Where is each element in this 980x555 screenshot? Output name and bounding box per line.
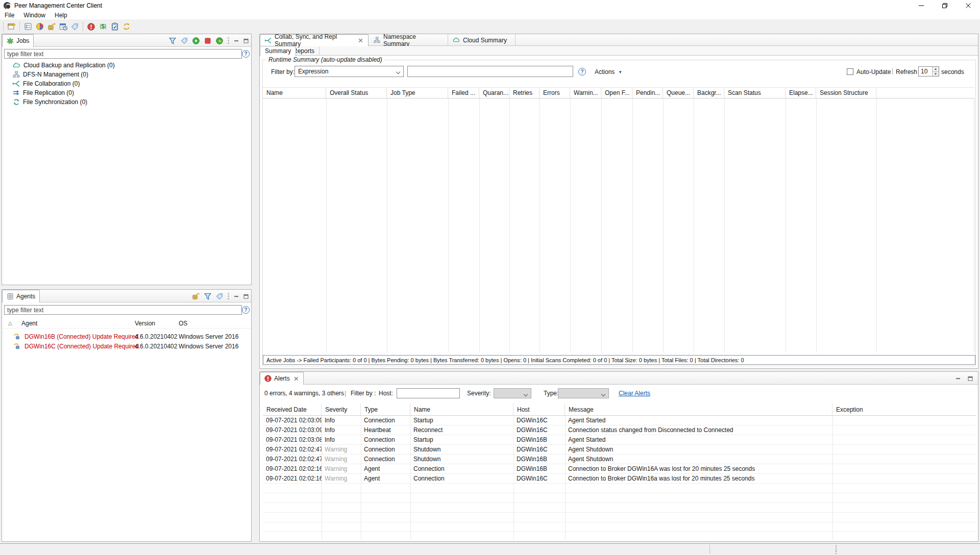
actions-dropdown[interactable]: Actions ▼: [595, 68, 622, 75]
column-received-date[interactable]: Received Date: [263, 403, 322, 415]
new-job-button[interactable]: [6, 21, 17, 33]
subtab-summary[interactable]: Summary: [260, 46, 296, 56]
column-session-structure[interactable]: Session Structure: [816, 88, 876, 98]
spin-up-icon[interactable]: ▲: [933, 67, 939, 72]
column-agent[interactable]: Agent: [21, 320, 37, 327]
column-job-type[interactable]: Job Type: [387, 88, 448, 98]
tab-cloud-summary[interactable]: Cloud Summary: [448, 34, 516, 46]
column-message[interactable]: Message: [565, 403, 832, 415]
column-exception[interactable]: Exception: [832, 403, 976, 415]
stop-job-icon[interactable]: [204, 37, 211, 44]
column-errors[interactable]: Errors: [540, 88, 570, 98]
column-failed[interactable]: Failed ...: [448, 88, 479, 98]
jobs-filter-input[interactable]: [4, 49, 242, 59]
column-version[interactable]: Version: [135, 320, 155, 327]
close-tab-icon[interactable]: ✕: [358, 37, 363, 44]
expression-input[interactable]: [407, 66, 573, 77]
alert-row[interactable]: 09-07-2021 02:03:09InfoHeartbeatReconnec…: [263, 425, 976, 435]
agent-row[interactable]: DGWin16B (Connected) Update Required 4.6…: [2, 332, 251, 341]
column-name[interactable]: Name: [263, 88, 326, 98]
tree-item-file-synchronization[interactable]: File Synchronization (0): [2, 97, 250, 107]
maximize-view-icon[interactable]: [243, 38, 249, 43]
alerts-button[interactable]: [85, 21, 97, 33]
tree-item-label: File Collaboration (0): [23, 80, 80, 87]
tree-item-file-collaboration[interactable]: File Collaboration (0): [2, 79, 250, 88]
minimize-view-icon[interactable]: [955, 376, 961, 381]
column-severity[interactable]: Severity: [322, 403, 361, 415]
install-update-button[interactable]: [45, 21, 57, 33]
column-quarantined[interactable]: Quaran...: [479, 88, 509, 98]
jobs-view-button[interactable]: [22, 21, 34, 33]
column-name[interactable]: Name: [410, 403, 513, 415]
close-tab-icon[interactable]: ✕: [293, 375, 299, 382]
agent-row[interactable]: DGWin16C (Connected) Update Required 4.6…: [2, 341, 251, 351]
window-minimize-button[interactable]: [910, 0, 933, 11]
severity-dropdown[interactable]: [494, 388, 531, 398]
tag-button[interactable]: [69, 21, 81, 33]
alert-row[interactable]: 09-07-2021 02:03:08InfoConnectionStartup…: [263, 435, 976, 445]
refresh-button[interactable]: [120, 21, 132, 33]
clear-alerts-link[interactable]: Clear Alerts: [619, 390, 650, 397]
column-os[interactable]: OS: [179, 320, 187, 327]
menu-window[interactable]: Window: [19, 11, 50, 19]
tab-namespace-summary[interactable]: Namespace Summary: [369, 34, 448, 46]
column-pending[interactable]: Pendin...: [632, 88, 663, 98]
tab-collab-sync-repl-summary[interactable]: Collab, Sync, and Repl Summary ✕: [260, 34, 369, 46]
tree-item-file-replication[interactable]: File Replication (0): [2, 88, 250, 97]
drag-handle-icon[interactable]: [835, 545, 837, 554]
auto-update-checkbox[interactable]: [847, 68, 853, 75]
column-elapsed[interactable]: Elapse...: [786, 88, 816, 98]
window-close-button[interactable]: [957, 0, 980, 11]
filter-icon[interactable]: [204, 293, 211, 300]
filter-icon[interactable]: [169, 37, 176, 44]
column-overall-status[interactable]: Overall Status: [326, 88, 387, 98]
expression-dropdown[interactable]: Expression: [295, 66, 404, 77]
view-menu-icon[interactable]: [228, 293, 229, 299]
alert-row[interactable]: 09-07-2021 02:02:47WarningConnectionShut…: [263, 445, 976, 455]
column-queued[interactable]: Queue...: [663, 88, 694, 98]
column-warnings[interactable]: Warnin...: [570, 88, 601, 98]
column-type[interactable]: Type: [361, 403, 410, 415]
alert-row[interactable]: 09-07-2021 02:03:09InfoConnectionStartup…: [263, 416, 976, 425]
spinner-arrows[interactable]: ▲▼: [932, 67, 939, 76]
filter-help-icon[interactable]: ?: [578, 68, 586, 75]
agents-filter-help-icon[interactable]: ?: [242, 306, 250, 314]
tree-item-cloud-backup[interactable]: Cloud Backup and Replication (0): [2, 61, 250, 70]
window-restore-button[interactable]: [933, 0, 957, 11]
column-scan-status[interactable]: Scan Status: [724, 88, 786, 98]
tab-alerts[interactable]: Alerts ✕: [260, 372, 304, 385]
type-dropdown[interactable]: [558, 388, 609, 398]
host-filter-input[interactable]: [397, 388, 460, 398]
tab-jobs[interactable]: Jobs: [2, 34, 34, 47]
alert-row[interactable]: 09-07-2021 02:02:47WarningConnectionShut…: [263, 455, 976, 464]
summary-table-body[interactable]: [263, 98, 974, 352]
alert-row[interactable]: 09-07-2021 02:02:16WarningAgentConnectio…: [263, 464, 976, 474]
tag-icon[interactable]: [181, 37, 188, 44]
maximize-view-icon[interactable]: [243, 294, 249, 299]
tasks-button[interactable]: [109, 21, 120, 33]
minimize-view-icon[interactable]: [234, 38, 239, 43]
install-update-icon[interactable]: [192, 292, 200, 300]
menu-file[interactable]: File: [0, 11, 19, 19]
maximize-view-icon[interactable]: [968, 376, 973, 381]
tag-icon[interactable]: [216, 293, 223, 300]
alert-row[interactable]: 09-07-2021 02:02:16WarningAgentConnectio…: [263, 474, 976, 484]
agents-filter-input[interactable]: [4, 305, 242, 315]
start-agent-button[interactable]: [97, 21, 109, 33]
dashboard-button[interactable]: [34, 21, 45, 33]
column-host[interactable]: Host: [513, 403, 565, 415]
spin-down-icon[interactable]: ▼: [933, 72, 939, 77]
menu-help[interactable]: Help: [50, 11, 72, 19]
tab-agents[interactable]: Agents: [2, 290, 40, 302]
tree-item-dfs-n-management[interactable]: DFS-N Management (0): [2, 70, 250, 79]
column-background[interactable]: Backgr...: [694, 88, 724, 98]
refresh-interval-spinner[interactable]: 10 ▲▼: [918, 66, 939, 77]
jobs-filter-help-icon[interactable]: ?: [242, 50, 250, 58]
column-retries[interactable]: Retries: [509, 88, 540, 98]
schedule-button[interactable]: [57, 21, 69, 33]
minimize-view-icon[interactable]: [234, 294, 239, 299]
restart-job-icon[interactable]: [216, 37, 223, 44]
column-open-files[interactable]: Open F...: [601, 88, 632, 98]
start-job-icon[interactable]: [192, 37, 200, 44]
view-menu-icon[interactable]: [228, 37, 229, 44]
